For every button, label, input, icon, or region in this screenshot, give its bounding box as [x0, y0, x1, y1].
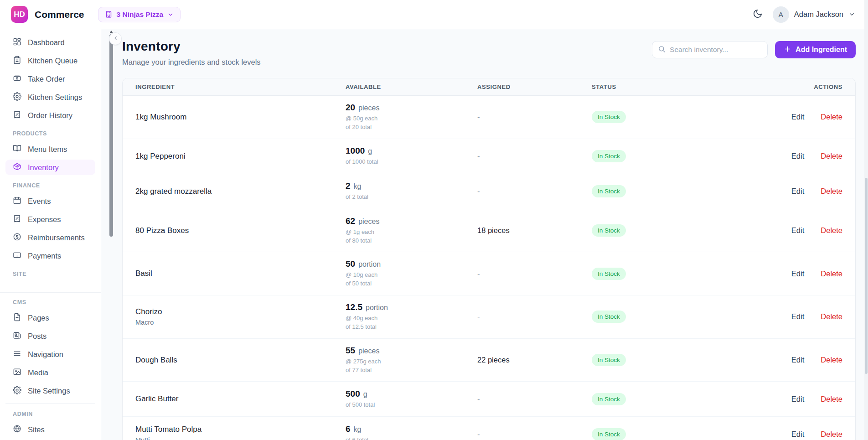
ingredient-name: Basil [135, 269, 346, 278]
add-ingredient-button[interactable]: Add Ingredient [775, 41, 856, 58]
delete-button[interactable]: Delete [821, 356, 842, 364]
page-scrollbar-thumb[interactable] [865, 178, 868, 374]
sidebar-main-sections: DashboardKitchen QueueTake OrderKitchen … [0, 29, 101, 293]
sidebar-item-take-order[interactable]: Take Order [5, 71, 95, 87]
available-quantity: 55 [346, 346, 355, 356]
sidebar-item-sites[interactable]: Sites [5, 422, 95, 437]
available-cell: 62pieces@ 1g eachof 80 total [346, 216, 477, 245]
plus-icon [784, 45, 791, 55]
status-cell: In Stock [592, 224, 728, 237]
edit-button[interactable]: Edit [791, 312, 804, 321]
delete-button[interactable]: Delete [821, 312, 842, 321]
sidebar-item-media[interactable]: Media [5, 365, 95, 380]
dashboard-icon [13, 37, 21, 48]
table-row: 1kg Pepperoni1000gof 1000 total-In Stock… [123, 139, 855, 174]
sidebar-item-label: Menu Items [28, 145, 67, 154]
available-quantity: 62 [346, 216, 355, 226]
brand-name: Commerce [35, 9, 84, 20]
edit-button[interactable]: Edit [791, 152, 804, 160]
sidebar-collapse-button[interactable] [109, 32, 122, 45]
page-title: Inventory [122, 39, 261, 54]
edit-button[interactable]: Edit [791, 187, 804, 196]
table-row: 2kg grated mozzarella2kgof 2 total-In St… [123, 174, 855, 209]
ingredient-name: 80 Pizza Boxes [135, 226, 346, 235]
edit-button[interactable]: Edit [791, 430, 804, 439]
delete-button[interactable]: Delete [821, 152, 842, 160]
chevron-left-icon [113, 35, 119, 43]
ingredient-cell: 1kg Mushroom [135, 113, 346, 122]
user-name: Adam Jackson [794, 10, 843, 19]
sidebar-item-inventory[interactable]: Inventory [5, 160, 95, 175]
sidebar-item-payments[interactable]: Payments [5, 248, 95, 264]
user-menu[interactable]: A Adam Jackson [773, 6, 855, 23]
ingredient-name: 2kg grated mozzarella [135, 187, 346, 196]
ingredient-cell: Mutti Tomato PolpaMutti [135, 425, 346, 440]
sidebar-item-events[interactable]: Events [5, 193, 95, 209]
edit-button[interactable]: Edit [791, 226, 804, 235]
dark-mode-toggle[interactable] [753, 9, 763, 20]
status-cell: In Stock [592, 185, 728, 197]
status-cell: In Stock [592, 354, 728, 366]
add-ingredient-label: Add Ingredient [796, 46, 847, 54]
sidebar-item-kitchen-settings[interactable]: Kitchen Settings [5, 89, 95, 105]
available-unit: g [363, 390, 367, 399]
available-details: of 2 total [346, 193, 477, 202]
sidebar-item-posts[interactable]: Posts [5, 328, 95, 344]
available-quantity: 6 [346, 424, 351, 434]
cash-icon [13, 74, 21, 84]
available-cell: 12.5portion@ 40g eachof 12.5 total [346, 302, 477, 331]
delete-button[interactable]: Delete [821, 113, 842, 121]
sidebar-item-navigation[interactable]: Navigation [5, 347, 95, 362]
sidebar-item-menu-items[interactable]: Menu Items [5, 141, 95, 157]
calendar-icon [13, 196, 21, 207]
sidebar-section-admin: ADMIN [5, 410, 95, 418]
ingredient-cell: 1kg Pepperoni [135, 152, 346, 161]
assigned-cell: - [477, 152, 592, 160]
delete-button[interactable]: Delete [821, 187, 842, 196]
sidebar-section-finance: FINANCE [5, 181, 95, 190]
sidebar-item-pages[interactable]: Pages [5, 310, 95, 326]
sidebar-item-order-history[interactable]: Order History [5, 108, 95, 123]
status-cell: In Stock [592, 311, 728, 323]
available-unit: pieces [358, 347, 379, 355]
available-cell: 6kgof 6 total [346, 424, 477, 440]
available-quantity: 2 [346, 181, 351, 191]
sidebar: DashboardKitchen QueueTake OrderKitchen … [0, 29, 101, 440]
store-switcher[interactable]: 3 Ninjas Pizza [98, 7, 181, 22]
delete-button[interactable]: Delete [821, 269, 842, 278]
avatar: A [773, 6, 789, 23]
sidebar-item-label: Pages [28, 314, 49, 322]
sidebar-item-dashboard[interactable]: Dashboard [5, 35, 95, 50]
edit-button[interactable]: Edit [791, 113, 804, 121]
column-header-assigned: ASSIGNED [477, 83, 592, 90]
delete-button[interactable]: Delete [821, 395, 842, 404]
edit-button[interactable]: Edit [791, 269, 804, 278]
delete-button[interactable]: Delete [821, 430, 842, 439]
column-header-ingredient: INGREDIENT [135, 83, 346, 90]
building-icon [105, 10, 113, 18]
sidebar-scrollbar[interactable] [109, 34, 113, 237]
sidebar-item-reimbursements[interactable]: Reimbursements [5, 230, 95, 245]
actions-cell: EditDelete [728, 312, 842, 321]
available-unit: pieces [358, 217, 379, 226]
ingredient-cell: 80 Pizza Boxes [135, 226, 346, 235]
sidebar-item-label: Posts [28, 332, 46, 341]
sidebar-bottom-sections: CMSPagesPostsNavigationMediaSite Setting… [0, 293, 101, 440]
available-details: @ 275g eachof 77 total [346, 357, 477, 375]
page-scrollbar[interactable] [864, 0, 868, 440]
actions-cell: EditDelete [728, 395, 842, 404]
edit-button[interactable]: Edit [791, 395, 804, 404]
assigned-cell: 18 pieces [477, 226, 592, 235]
sidebar-item-label: Payments [28, 252, 61, 260]
search-input[interactable] [670, 46, 762, 54]
sidebar-item-kitchen-queue[interactable]: Kitchen Queue [5, 53, 95, 68]
available-unit: kg [354, 425, 362, 434]
ingredient-name: Mutti Tomato Polpa [135, 425, 346, 434]
status-badge: In Stock [592, 268, 626, 280]
delete-button[interactable]: Delete [821, 226, 842, 235]
sidebar-item-site-settings[interactable]: Site Settings [5, 383, 95, 399]
available-quantity: 50 [346, 259, 355, 269]
edit-button[interactable]: Edit [791, 356, 804, 364]
sidebar-item-expenses[interactable]: Expenses [5, 212, 95, 227]
file-icon [13, 313, 21, 323]
